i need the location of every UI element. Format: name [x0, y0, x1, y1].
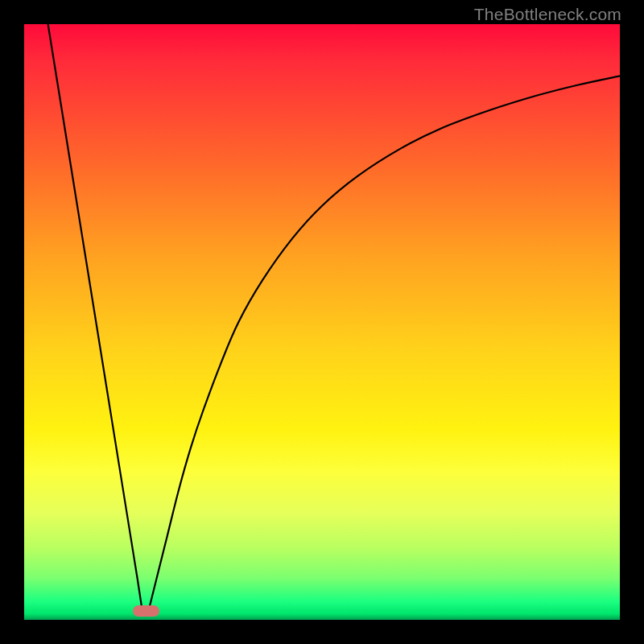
curve-svg	[24, 24, 620, 620]
chart-frame: TheBottleneck.com	[0, 0, 644, 644]
plot-area	[24, 24, 620, 620]
minimum-marker	[133, 605, 159, 617]
watermark-text: TheBottleneck.com	[474, 5, 621, 24]
curve-left-branch	[48, 24, 142, 605]
curve-right-branch	[149, 76, 620, 608]
